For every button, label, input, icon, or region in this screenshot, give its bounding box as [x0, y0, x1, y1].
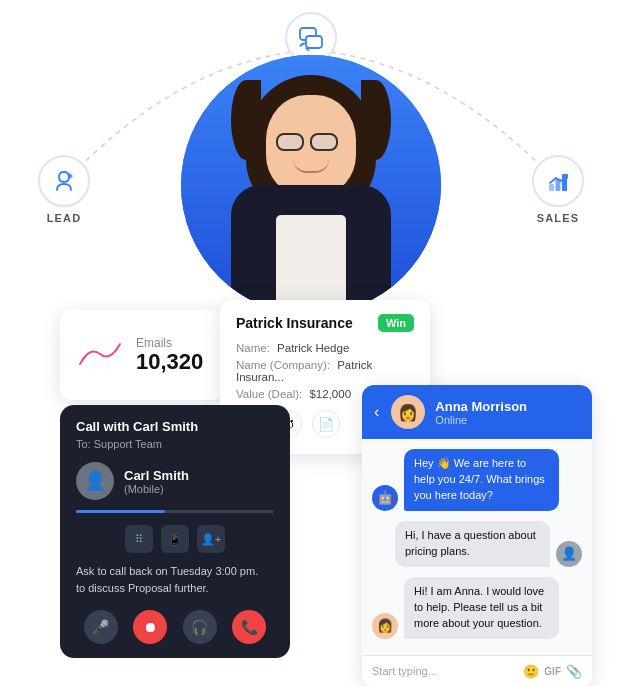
chat-user-avatar: 👩 [391, 395, 425, 429]
lead-icon [38, 155, 90, 207]
call-controls: 🎤 ⏺ 🎧 📞 [76, 610, 274, 644]
chat-back-button[interactable]: ‹ [374, 403, 379, 421]
chat-card: ‹ 👩 Anna Morrison Online 🤖 Hey 👋 We are … [362, 385, 592, 686]
svg-rect-1 [549, 184, 554, 191]
dialpad: ⠿ 📱 👤+ [76, 525, 274, 553]
emoji-icon[interactable]: 🙂 [523, 664, 539, 679]
svg-rect-5 [306, 36, 322, 48]
chat-header: ‹ 👩 Anna Morrison Online [362, 385, 592, 439]
chat-messages: 🤖 Hey 👋 We are here to help you 24/7. Wh… [362, 439, 592, 655]
sales-section: SALES [532, 155, 584, 224]
hangup-button[interactable]: 📞 [232, 610, 266, 644]
bot-bubble: Hey 👋 We are here to help you 24/7. What… [404, 449, 559, 511]
win-badge: Win [378, 314, 414, 332]
emails-info: Emails 10,320 [136, 336, 203, 374]
dialpad-transfer[interactable]: 👤+ [197, 525, 225, 553]
emails-count: 10,320 [136, 350, 203, 374]
call-progress-fill [76, 510, 165, 513]
caller-info: Carl Smith (Mobile) [124, 468, 189, 495]
caller-avatar: 👤 [76, 462, 114, 500]
call-title: Call with Carl Smith [76, 419, 274, 434]
lead-label: LEAD [47, 212, 82, 224]
crm-title: Patrick Insurance [236, 315, 353, 331]
crm-company-row: Name (Company): Patrick Insuran... [236, 359, 414, 383]
chat-user-status: Online [435, 414, 527, 426]
emails-chart [78, 336, 122, 374]
chat-input-icons: 🙂 GIF 📎 [523, 664, 582, 679]
record-button[interactable]: ⏺ [133, 610, 167, 644]
gif-label[interactable]: GIF [544, 666, 561, 677]
sales-label: SALES [537, 212, 580, 224]
dialpad-phone[interactable]: 📱 [161, 525, 189, 553]
profile-avatar-circle [181, 55, 441, 315]
caller-name: Carl Smith [124, 468, 189, 483]
caller-row: 👤 Carl Smith (Mobile) [76, 462, 274, 500]
attach-icon[interactable]: 📎 [566, 664, 582, 679]
call-progress-bar [76, 510, 274, 513]
lead-section: LEAD [38, 155, 90, 224]
mute-button[interactable]: 🎤 [84, 610, 118, 644]
chat-message-agent: 👩 Hi! I am Anna. I would love to help. P… [372, 577, 582, 639]
profile-person [181, 55, 441, 315]
chat-message-bot: 🤖 Hey 👋 We are here to help you 24/7. Wh… [372, 449, 582, 511]
chat-message-user: 👤 Hi, I have a question about pricing pl… [372, 521, 582, 567]
crm-doc-icon[interactable]: 📄 [312, 410, 340, 438]
emails-label: Emails [136, 336, 203, 350]
call-card: Call with Carl Smith To: Support Team 👤 … [60, 405, 290, 658]
bot-avatar: 🤖 [372, 485, 398, 511]
crm-name-row: Name: Patrick Hedge [236, 342, 414, 354]
sales-icon [532, 155, 584, 207]
crm-header: Patrick Insurance Win [236, 314, 414, 332]
call-to: To: Support Team [76, 438, 274, 450]
chat-user-name: Anna Morrison [435, 399, 527, 414]
dialpad-grid[interactable]: ⠿ [125, 525, 153, 553]
chat-input-placeholder[interactable]: Start typing... [372, 665, 517, 677]
chat-user-info: Anna Morrison Online [435, 399, 527, 426]
chat-input-row: Start typing... 🙂 GIF 📎 [362, 655, 592, 687]
user-bubble: Hi, I have a question about pricing plan… [395, 521, 550, 567]
user-avatar: 👤 [556, 541, 582, 567]
call-note: Ask to call back on Tuesday 3:00 pm.to d… [76, 563, 274, 596]
caller-type: (Mobile) [124, 483, 189, 495]
agent-avatar: 👩 [372, 613, 398, 639]
agent-bubble: Hi! I am Anna. I would love to help. Ple… [404, 577, 559, 639]
voicemail-button[interactable]: 🎧 [183, 610, 217, 644]
emails-card: Emails 10,320 [60, 310, 225, 400]
